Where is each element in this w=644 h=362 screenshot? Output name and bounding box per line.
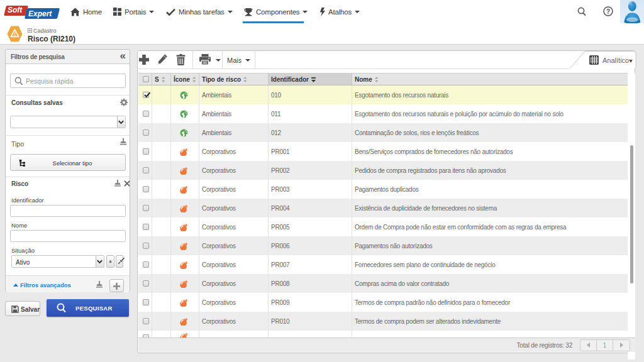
- svg-text:?: ?: [606, 8, 610, 15]
